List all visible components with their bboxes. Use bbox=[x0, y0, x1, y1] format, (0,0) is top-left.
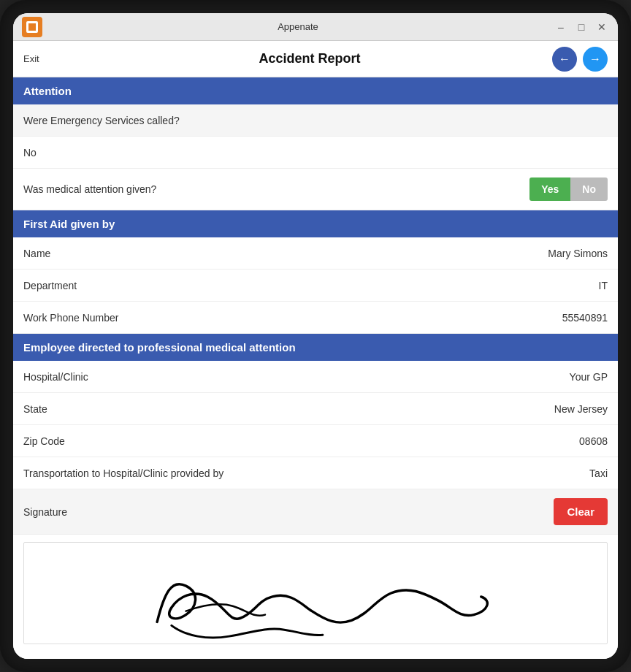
form-row-zip-code: Zip Code 08608 bbox=[13, 425, 618, 457]
form-row-department: Department IT bbox=[13, 270, 618, 302]
emergency-services-label: Were Emergency Services called? bbox=[23, 115, 608, 126]
form-row-medical-attention: Was medical attention given? Yes No bbox=[13, 169, 618, 210]
state-label: State bbox=[23, 403, 554, 415]
device-screen: Appenate – □ ✕ Exit Accident Report ← → … bbox=[13, 13, 618, 659]
device-frame: Appenate – □ ✕ Exit Accident Report ← → … bbox=[0, 0, 631, 672]
title-bar: Appenate – □ ✕ bbox=[13, 13, 618, 41]
name-value: Mary Simons bbox=[548, 248, 608, 259]
section-header-first-aid: First Aid given by bbox=[13, 210, 618, 237]
no-button[interactable]: No bbox=[570, 177, 608, 201]
name-label: Name bbox=[23, 248, 548, 259]
form-row-emergency-services: Were Emergency Services called? bbox=[13, 104, 618, 137]
zip-code-label: Zip Code bbox=[23, 435, 579, 447]
emergency-services-value: No bbox=[23, 147, 37, 159]
exit-button[interactable]: Exit bbox=[23, 53, 67, 64]
section-header-medical-direction: Employee directed to professional medica… bbox=[13, 334, 618, 361]
content-area: Attention Were Emergency Services called… bbox=[13, 77, 618, 659]
title-bar-app-name: Appenate bbox=[278, 21, 318, 32]
hospital-value: Your GP bbox=[570, 371, 608, 383]
medical-attention-label: Was medical attention given? bbox=[23, 183, 529, 195]
form-row-hospital: Hospital/Clinic Your GP bbox=[13, 361, 618, 393]
work-phone-label: Work Phone Number bbox=[23, 312, 562, 324]
section-header-attention: Attention bbox=[13, 77, 618, 104]
hospital-label: Hospital/Clinic bbox=[23, 371, 570, 383]
zip-code-value: 08608 bbox=[579, 435, 608, 447]
clear-button[interactable]: Clear bbox=[554, 498, 608, 525]
yes-button[interactable]: Yes bbox=[529, 177, 570, 201]
department-value: IT bbox=[599, 280, 608, 291]
work-phone-value: 55540891 bbox=[562, 312, 608, 324]
next-button[interactable]: → bbox=[583, 47, 608, 72]
signature-area[interactable] bbox=[23, 542, 608, 644]
maximize-button[interactable]: □ bbox=[574, 21, 589, 33]
prev-button[interactable]: ← bbox=[552, 47, 577, 72]
minimize-button[interactable]: – bbox=[554, 21, 568, 33]
logo-icon bbox=[26, 21, 38, 33]
form-row-work-phone: Work Phone Number 55540891 bbox=[13, 302, 618, 334]
app-header: Exit Accident Report ← → bbox=[13, 41, 618, 77]
signature-svg bbox=[24, 543, 607, 644]
form-row-name: Name Mary Simons bbox=[13, 237, 618, 270]
form-row-transportation: Transportation to Hospital/Clinic provid… bbox=[13, 457, 618, 489]
form-row-emergency-value: No bbox=[13, 137, 618, 169]
close-button[interactable]: ✕ bbox=[594, 21, 609, 33]
window-controls: – □ ✕ bbox=[554, 21, 609, 33]
transportation-value: Taxi bbox=[589, 467, 608, 479]
form-row-state: State New Jersey bbox=[13, 393, 618, 425]
transportation-label: Transportation to Hospital/Clinic provid… bbox=[23, 467, 589, 479]
signature-row: Signature Clear bbox=[13, 489, 618, 535]
department-label: Department bbox=[23, 280, 599, 291]
page-title: Accident Report bbox=[67, 51, 552, 66]
navigation-controls: ← → bbox=[552, 47, 608, 72]
app-logo bbox=[22, 17, 42, 37]
signature-label: Signature bbox=[23, 506, 554, 518]
yes-no-toggle: Yes No bbox=[529, 177, 608, 201]
state-value: New Jersey bbox=[554, 403, 608, 415]
